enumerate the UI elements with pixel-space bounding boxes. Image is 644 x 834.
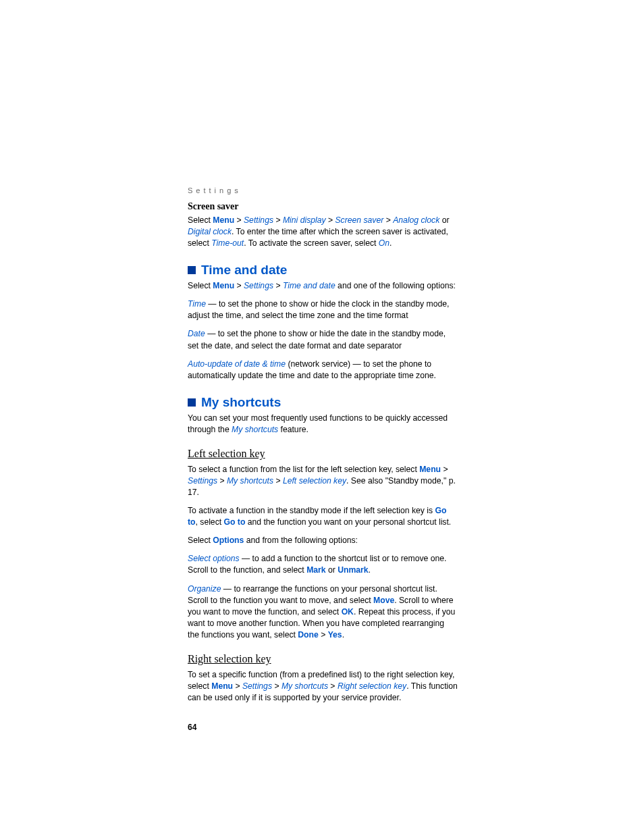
link-done[interactable]: Done <box>298 630 318 640</box>
link-goto[interactable]: Go to <box>224 517 246 527</box>
square-icon <box>188 398 196 407</box>
link-move[interactable]: Move <box>373 596 394 605</box>
link-menu[interactable]: Menu <box>213 215 234 225</box>
heading-screen-saver: Screen saver <box>188 201 458 212</box>
link-organize[interactable]: Organize <box>188 584 221 594</box>
link-yes[interactable]: Yes <box>328 630 342 640</box>
para-td-intro: Select Menu > Settings > Time and date a… <box>188 280 458 292</box>
link-timeout[interactable]: Time-out <box>211 238 244 248</box>
link-screen-saver[interactable]: Screen saver <box>335 215 383 225</box>
para-screen-saver: Select Menu > Settings > Mini display > … <box>188 215 458 249</box>
link-settings[interactable]: Settings <box>244 281 273 290</box>
heading-time-and-date: Time and date <box>188 263 458 278</box>
para-lsk-2: To activate a function in the standby mo… <box>188 505 458 528</box>
link-mark[interactable]: Mark <box>306 565 325 575</box>
heading-right-selection-key: Right selection key <box>188 653 458 665</box>
link-menu[interactable]: Menu <box>419 465 441 474</box>
link-menu[interactable]: Menu <box>213 281 234 290</box>
link-unmark[interactable]: Unmark <box>338 565 368 575</box>
link-right-selection-key[interactable]: Right selection key <box>338 681 406 691</box>
para-organize: Organize — to rearrange the functions on… <box>188 583 458 641</box>
link-on[interactable]: On <box>379 238 390 248</box>
link-settings[interactable]: Settings <box>188 476 217 486</box>
link-my-shortcuts[interactable]: My shortcuts <box>281 681 328 691</box>
link-my-shortcuts[interactable]: My shortcuts <box>227 476 273 486</box>
link-time[interactable]: Time <box>188 299 206 309</box>
link-menu[interactable]: Menu <box>211 681 233 691</box>
link-date[interactable]: Date <box>188 329 205 338</box>
para-rsk: To set a specific function (from a prede… <box>188 669 458 704</box>
heading-left-selection-key: Left selection key <box>188 448 458 460</box>
para-lsk-1: To select a function from the list for t… <box>188 464 458 498</box>
heading-my-shortcuts: My shortcuts <box>188 395 458 410</box>
section-header: Settings <box>188 186 458 194</box>
link-left-selection-key[interactable]: Left selection key <box>283 476 346 486</box>
link-select-options[interactable]: Select options <box>188 554 240 563</box>
square-icon <box>188 266 196 274</box>
page-number: 64 <box>188 723 458 732</box>
para-lsk-3: Select Options and from the following op… <box>188 535 458 546</box>
link-analog-clock[interactable]: Analog clock <box>393 215 439 225</box>
para-shortcuts-intro: You can set your most frequently used fu… <box>188 413 458 436</box>
link-options[interactable]: Options <box>213 536 244 545</box>
para-time: Time — to set the phone to show or hide … <box>188 298 458 321</box>
link-ok[interactable]: OK <box>342 607 354 617</box>
para-auto: Auto-update of date & time (network serv… <box>188 359 458 382</box>
link-auto-update[interactable]: Auto-update of date & time <box>188 359 286 369</box>
para-select-options: Select options — to add a function to th… <box>188 553 458 576</box>
link-settings[interactable]: Settings <box>244 215 273 225</box>
link-settings[interactable]: Settings <box>242 681 272 691</box>
para-date: Date — to set the phone to show or hide … <box>188 328 458 351</box>
link-my-shortcuts[interactable]: My shortcuts <box>232 425 278 434</box>
page-content: Settings Screen saver Select Menu > Sett… <box>0 0 525 800</box>
link-time-and-date[interactable]: Time and date <box>283 281 336 290</box>
link-digital-clock[interactable]: Digital clock <box>188 227 232 236</box>
link-mini-display[interactable]: Mini display <box>283 215 326 225</box>
